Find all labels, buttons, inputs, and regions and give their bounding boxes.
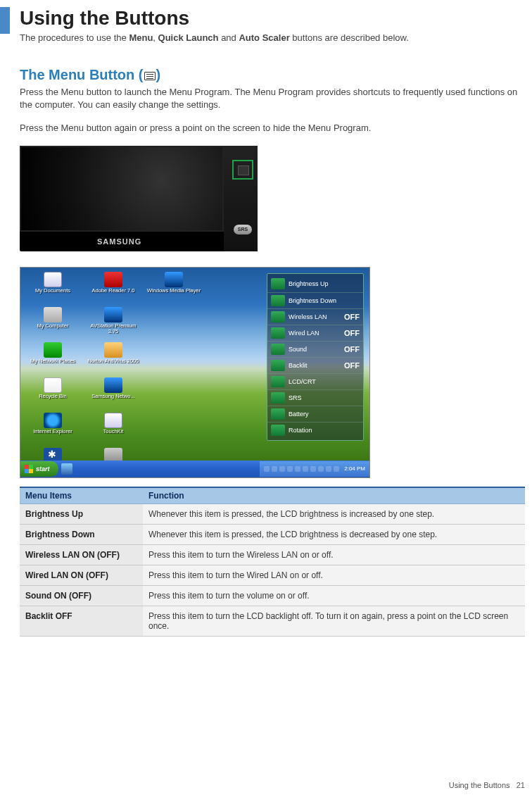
desktop-icon xyxy=(146,307,202,341)
menu-item-label: LCD/CRT xyxy=(289,378,360,385)
icon-label: Recycle Bin xyxy=(25,394,81,399)
menu-item-function: Whenever this item is pressed, the LCD b… xyxy=(143,503,525,524)
desktop-icon[interactable]: AVStation Premium 3.75 xyxy=(85,307,141,341)
start-label: start xyxy=(36,465,50,472)
desktop-icon xyxy=(146,377,202,411)
tray-icon[interactable] xyxy=(279,466,285,472)
chapter-marker xyxy=(0,7,10,34)
menu-panel-item[interactable]: Wired LANOFF xyxy=(267,325,363,341)
menu-panel-item[interactable]: Brightness Up xyxy=(267,276,363,292)
icon-label: TouchKit xyxy=(85,429,141,434)
menu-panel-item[interactable]: SRS xyxy=(267,389,363,406)
menu-item-name: Backlit OFF xyxy=(20,606,143,636)
menu-panel-item[interactable]: Brightness Down xyxy=(267,292,363,308)
footer-text: Using the Buttons xyxy=(449,781,510,789)
tray-icon[interactable] xyxy=(318,466,324,472)
menu-item-icon xyxy=(271,425,285,436)
section-prefix: The Menu Button ( xyxy=(20,67,144,82)
menu-panel-item[interactable]: SoundOFF xyxy=(267,341,363,357)
tray-icon[interactable] xyxy=(264,466,270,472)
app-icon xyxy=(44,272,62,287)
icon-label: Samsung Netwo... xyxy=(85,394,141,399)
start-button[interactable]: start xyxy=(20,461,58,477)
tray-icon[interactable] xyxy=(310,466,316,472)
desktop-icon[interactable]: TouchKit xyxy=(85,413,141,446)
menu-item-name: Sound ON (OFF) xyxy=(20,585,143,606)
tray-icon[interactable] xyxy=(272,466,277,472)
icon-label: AVStation Premium 3.75 xyxy=(85,323,141,334)
menu-item-label: Brightness Up xyxy=(289,280,360,287)
menu-item-state: OFF xyxy=(344,345,360,353)
windows-logo-icon xyxy=(25,465,33,473)
desktop-icon[interactable]: Norton AntiVirus 2005 xyxy=(85,342,141,376)
app-icon xyxy=(104,307,122,323)
menu-panel-item[interactable]: Battery xyxy=(267,406,363,422)
srs-badge: SRS xyxy=(234,225,252,234)
table-row: Sound ON (OFF)Press this item to turn th… xyxy=(20,585,525,606)
tray-icon[interactable] xyxy=(295,466,300,472)
menu-item-icon xyxy=(271,392,285,403)
menu-item-label: Brightness Down xyxy=(289,297,360,304)
table-row: Backlit OFFPress this item to turn the L… xyxy=(20,606,525,636)
app-icon xyxy=(104,377,122,393)
icon-label: My Documents xyxy=(25,288,81,294)
icon-label: Internet Explorer xyxy=(25,429,81,434)
table-row: Wireless LAN ON (OFF)Press this item to … xyxy=(20,544,525,565)
app-icon xyxy=(165,272,183,287)
desktop-icon[interactable]: My Documents xyxy=(25,272,81,306)
menu-item-name: Wireless LAN ON (OFF) xyxy=(20,544,143,565)
device-photo: SAMSUNG SRS xyxy=(20,146,258,251)
menu-item-icon xyxy=(271,311,285,323)
table-row: Wired LAN ON (OFF)Press this item to tur… xyxy=(20,565,525,585)
section-paragraph-2: Press the Menu button again or press a p… xyxy=(20,122,525,134)
icon-label: My Computer xyxy=(25,323,81,329)
menu-panel-item[interactable]: BacklitOFF xyxy=(267,357,363,373)
app-icon xyxy=(104,413,122,428)
desktop-icon xyxy=(146,342,202,376)
desktop-icon[interactable]: Recycle Bin xyxy=(25,377,81,411)
menu-item-icon xyxy=(271,408,285,420)
tray-icon[interactable] xyxy=(326,466,331,472)
menu-panel-item[interactable]: LCD/CRT xyxy=(267,373,363,389)
text: , xyxy=(153,32,158,43)
desktop-icon[interactable]: Samsung Netwo... xyxy=(85,377,141,411)
menu-item-icon xyxy=(271,278,285,289)
page-title: Using the Buttons xyxy=(20,7,525,30)
term-quick-launch: Quick Launch xyxy=(158,32,219,43)
section-heading: The Menu Button () xyxy=(20,67,525,83)
menu-item-function: Press this item to turn the Wireless LAN… xyxy=(143,544,525,565)
tray-icon[interactable] xyxy=(303,466,308,472)
menu-item-function: Press this item to turn the Wired LAN on… xyxy=(143,565,525,585)
menu-item-label: Battery xyxy=(289,411,360,418)
tray-icon[interactable] xyxy=(334,466,339,472)
quick-launch-icon[interactable] xyxy=(61,463,72,475)
menu-item-icon xyxy=(271,295,285,306)
icon-label: Windows Media Player xyxy=(146,288,202,294)
app-icon xyxy=(44,413,62,428)
desktop-icon[interactable]: Adobe Reader 7.0 xyxy=(85,272,141,306)
menu-panel-item[interactable]: Rotation xyxy=(267,422,363,438)
desktop-icon[interactable]: My Network Places xyxy=(25,342,81,376)
menu-item-label: SRS xyxy=(289,394,360,401)
table-row: Brightness UpWhenever this item is press… xyxy=(20,503,525,524)
device-screen xyxy=(20,146,224,232)
tray-icon[interactable] xyxy=(287,466,293,472)
app-icon xyxy=(104,342,122,358)
menu-item-icon xyxy=(271,376,285,387)
icon-label: Adobe Reader 7.0 xyxy=(85,288,141,294)
menu-button-highlight xyxy=(232,160,253,180)
desktop-icon[interactable]: Windows Media Player xyxy=(146,272,202,306)
desktop-icon[interactable]: Internet Explorer xyxy=(25,413,81,446)
section-suffix: ) xyxy=(156,67,161,82)
desktop-icon[interactable]: My Computer xyxy=(25,307,81,341)
menu-item-state: OFF xyxy=(344,313,360,321)
desktop-icon xyxy=(146,413,202,446)
device-brand-logo: SAMSUNG xyxy=(97,237,141,246)
menu-item-state: OFF xyxy=(344,361,360,370)
menu-item-label: Rotation xyxy=(289,427,360,434)
menu-item-label: Sound xyxy=(289,346,341,353)
menu-items-table: Menu Items Function Brightness UpWheneve… xyxy=(20,487,525,637)
menu-item-label: Wired LAN xyxy=(289,330,341,337)
term-menu: Menu xyxy=(129,32,153,43)
menu-panel-item[interactable]: Wireless LANOFF xyxy=(267,308,363,325)
